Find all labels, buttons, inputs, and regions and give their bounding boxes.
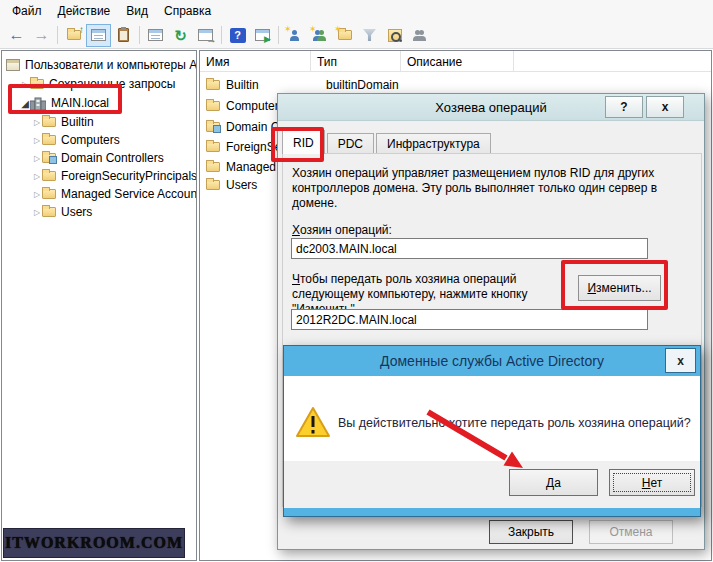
folder-icon [42,207,56,217]
forward-button[interactable]: → [29,24,54,47]
export-list-button[interactable]: → [193,24,218,47]
tree-item-managed-service-accounts[interactable]: ▷ Managed Service Accounts [32,185,197,203]
clipboard-icon [118,28,129,42]
tree-item-label: MAIN.local [51,96,109,110]
member-groups-button[interactable] [407,24,432,47]
menu-file[interactable]: Файл [4,1,50,21]
target-computer-field[interactable] [291,309,648,330]
menu-view[interactable]: Вид [118,1,156,21]
properties-button[interactable] [143,24,168,47]
expander-collapsed-icon[interactable]: ▷ [20,80,30,89]
tab-infrastructure[interactable]: Инфраструктура [376,133,491,154]
column-header-description[interactable]: Описание [401,51,514,72]
tree-item-saved-queries[interactable]: ▷ Сохраненные запросы [20,75,175,93]
cell-name: Computers [226,99,285,113]
operations-master-label: Хозяин операций: [292,223,392,238]
play-icon: ▶ [264,34,271,44]
tree-item-main-local[interactable]: ◢ MAIN.local [20,94,109,112]
tree-item-root[interactable]: Пользователи и компьютеры Active Directo… [6,56,197,74]
msgbox-bottom-accent [284,508,700,516]
refresh-button[interactable]: ↻ [168,24,193,47]
confirm-message: Вы действительно хотите передать роль хо… [338,416,691,430]
no-button[interactable]: Нет [609,469,695,496]
column-header-name[interactable]: Имя [200,51,311,72]
new-org-unit-button[interactable]: ✶ [332,24,357,47]
run-window-button[interactable]: ▶ [250,24,275,47]
tab-rid[interactable]: RID [282,130,325,154]
tree-item-label: Builtin [61,115,94,129]
msgbox-title: Доменные службы Active Directory [380,353,604,369]
sparkle-icon: ✶ [284,25,292,34]
back-button[interactable]: ← [4,24,29,47]
back-icon: ← [9,27,25,43]
cell-name: Builtin [226,78,259,92]
folder-icon [206,142,220,152]
refresh-icon: ↻ [174,28,187,43]
properties-icon [148,29,163,41]
expander-collapsed-icon[interactable]: ▷ [32,190,42,199]
sparkle-icon: ✶ [309,25,317,34]
tree-item-computers[interactable]: ▷ Computers [32,131,120,149]
tree-item-label: Users [61,205,92,219]
expander-collapsed-icon[interactable]: ▷ [32,118,42,127]
msgbox-footer: Да Нет [284,461,700,510]
dialog-titlebar[interactable]: Хозяева операций ? x [278,94,704,121]
watermark: ITWORKROOM.COM [3,528,185,558]
help-button[interactable]: ? [225,24,250,47]
change-button[interactable]: Изменить... [578,275,661,301]
msgbox-close-button[interactable]: x [665,348,696,373]
column-header-type[interactable]: Тип [311,51,401,72]
toolbar-separator [278,26,279,44]
cell-name: Users [226,178,257,192]
dialog-title: Хозяева операций [435,100,546,115]
clipboard-button[interactable] [111,24,136,47]
forward-icon: → [34,27,50,43]
new-group-icon-second [317,30,326,41]
expander-collapsed-icon[interactable]: ▷ [32,172,42,181]
filter-icon [363,29,376,41]
expander-collapsed-icon[interactable]: ▷ [32,208,42,217]
new-user-button[interactable]: ✶ [282,24,307,47]
folder-icon [206,180,220,190]
warning-icon [296,407,330,438]
tree-item-users[interactable]: ▷ Users [32,203,92,221]
new-group-button[interactable]: ✶ [307,24,332,47]
folder-icon [42,171,56,181]
tree-item-label: Пользователи и компьютеры Active Directo… [25,58,197,72]
folder-icon [206,162,220,172]
tree-item-label: Managed Service Accounts [61,187,197,201]
close-button[interactable]: Закрыть [489,520,573,544]
console-tree-panel: Пользователи и компьютеры Active Directo… [1,50,197,561]
expander-collapsed-icon[interactable]: ▷ [32,154,42,163]
expander-collapsed-icon[interactable]: ▷ [32,136,42,145]
member-groups-icon-second [417,30,426,41]
tab-pdc[interactable]: PDC [327,133,374,154]
parent-folder-button[interactable]: ↑ [61,24,86,47]
tree-item-foreign-security-principals[interactable]: ▷ ForeignSecurityPrincipals [32,167,197,185]
expander-expanded-icon[interactable]: ◢ [20,98,30,109]
mmc-window: Файл Действие Вид Справка ← → ↑ ↻ → ? ▶ … [0,0,713,562]
menu-help[interactable]: Справка [156,1,219,21]
dialog-close-button[interactable]: x [646,96,684,118]
show-console-tree-button[interactable] [86,24,111,47]
tree-item-builtin[interactable]: ▷ Builtin [32,113,94,131]
msgbox-titlebar[interactable]: Доменные службы Active Directory x [284,346,700,376]
tree-item-label: Сохраненные запросы [49,77,175,91]
yes-button[interactable]: Да [509,469,598,496]
sparkle-icon: ✶ [334,25,342,34]
operations-master-field[interactable] [291,238,648,259]
tree-item-label: ForeignSecurityPrincipals [61,169,197,183]
dialog-help-button[interactable]: ? [605,96,643,118]
folder-icon [42,189,56,199]
list-row-builtin[interactable]: Builtin builtinDomain [200,75,711,94]
tree-item-domain-controllers[interactable]: ▷ Domain Controllers [32,149,164,167]
folder-icon [42,117,56,127]
menu-bar: Файл Действие Вид Справка [0,0,713,22]
cell-type: builtinDomain [326,78,399,92]
filter-button[interactable] [357,24,382,47]
find-button[interactable] [382,24,407,47]
menu-action[interactable]: Действие [50,1,119,21]
console-root-icon [6,59,20,71]
find-icon [388,29,402,42]
tree-item-label: Domain Controllers [61,151,164,165]
